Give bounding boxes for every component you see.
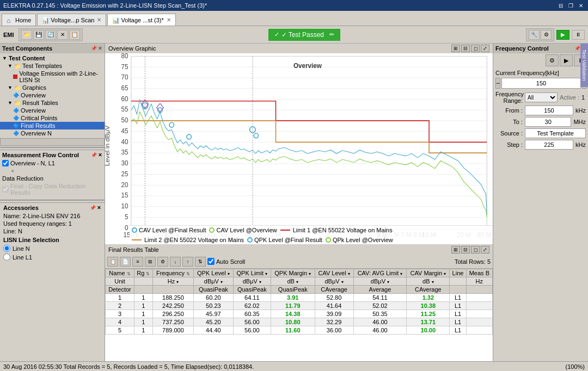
cell-frequency: 242.250 (152, 302, 193, 310)
freq-range-row: Frequency Range: All Active : 1 (495, 91, 586, 104)
panel-pin-icon[interactable]: 📌 (91, 46, 97, 51)
col-line[interactable]: Line (450, 269, 466, 277)
freq-from-input[interactable] (525, 106, 573, 115)
results-toolbar-btn-2[interactable]: 📄 (120, 257, 131, 267)
graph-btn-1[interactable]: ⊞ (451, 45, 460, 52)
left-panel: Test Components 📌 ✕ ▼ Test Content ▼ 📁 T… (0, 44, 105, 361)
critical-points-item[interactable]: 🔷 Critical Points (0, 114, 105, 122)
auto-scroll-checkbox-container: Auto Scroll (207, 258, 245, 265)
current-freq-label: Current Frequency[kHz] (495, 70, 586, 76)
unit-cav-level: dBμV ▾ (315, 277, 353, 286)
accessories-close-icon[interactable]: ✕ (97, 205, 101, 211)
results-toolbar-btn-7[interactable]: ↑ (182, 257, 193, 267)
toolbar-btn-4[interactable]: ✕ (57, 30, 68, 40)
tab-voltage-scan[interactable]: 📊 Voltage...p Scan ✕ (37, 14, 106, 26)
results-btn-2[interactable]: ⊟ (461, 246, 470, 253)
toolbar-btn-r1[interactable]: 🔧 (529, 30, 540, 40)
freq-step-input[interactable] (525, 140, 573, 150)
voltage-emission-item[interactable]: Voltage Emission with 2-Line-LISN St (0, 70, 105, 84)
close-btn[interactable]: ✕ (577, 3, 585, 9)
flow-checkbox-final (2, 186, 9, 193)
window-controls: ⊟ ❐ ✕ (557, 3, 585, 9)
frequency-control-body: Current Frequency[kHz] − + Frequency Ran… (493, 67, 588, 153)
overview-n-item[interactable]: 🔷 Overview N (0, 129, 105, 137)
results-expand-btn[interactable]: ⤢ (481, 246, 489, 253)
toolbar-btn-2[interactable]: 💾 (33, 30, 44, 40)
freq-range-select[interactable]: All (525, 92, 558, 102)
current-freq-input[interactable] (501, 78, 581, 89)
cell-frequency: 789.000 (152, 326, 193, 335)
pause-btn[interactable]: ⏸ (572, 30, 585, 40)
svg-text:30: 30 (121, 159, 128, 167)
legend-cav-final-icon (132, 227, 137, 233)
results-toolbar-btn-8[interactable]: ⇅ (195, 257, 206, 267)
det-freq (152, 286, 193, 294)
graph-btn-2[interactable]: ⊟ (461, 45, 470, 52)
collapse-icon[interactable]: ▼ (2, 55, 7, 61)
cell-meas-b (466, 302, 492, 310)
results-toolbar-btn-4[interactable]: ⊞ (145, 257, 156, 267)
test-passed-button[interactable]: ✓ ✓ Test Passed ✏ (268, 29, 340, 41)
freq-source-input[interactable] (525, 128, 586, 138)
det-cav-avg-limit: Average (353, 286, 407, 294)
tab-home[interactable]: ⌂ Home (2, 14, 36, 26)
results-btn-3[interactable]: ◻ (471, 246, 480, 253)
col-cav-margin[interactable]: CAV Margin ▾ (407, 269, 450, 277)
results-btn-1[interactable]: ⊞ (451, 246, 460, 253)
unit-cav-margin: dB ▾ (407, 277, 450, 286)
panel-close-icon[interactable]: ✕ (98, 46, 102, 51)
final-results-item[interactable]: 🔷 Final Results (0, 122, 105, 129)
status-bar: 30 Aug 2016 02:55:30 Total Records = 5, … (0, 361, 588, 371)
results-toolbar-btn-3[interactable]: ≡ (132, 257, 143, 267)
test-content-label: ▼ Test Content (0, 54, 105, 62)
results-toolbar-btn-1[interactable]: 📋 (107, 257, 118, 267)
minimize-btn[interactable]: ⊟ (557, 3, 565, 9)
col-qpk-level[interactable]: QPK Level ▾ (194, 269, 234, 277)
radio-l1[interactable] (3, 253, 10, 261)
flow-checkbox-overview[interactable] (2, 160, 9, 166)
toolbar-btn-5[interactable]: 📋 (69, 30, 80, 40)
edit-icon[interactable]: ✏ (329, 31, 334, 38)
col-qpk-margin[interactable]: QPK Margin ▾ (271, 269, 315, 277)
overview-results-item[interactable]: 🔷 Overview (0, 107, 105, 114)
col-rg[interactable]: Rg ⇅ (134, 269, 152, 277)
tab-close-test[interactable]: ✕ (167, 17, 171, 23)
right-toolbar-btn-2[interactable]: ▶ (560, 54, 573, 66)
toolbar-btn-r2[interactable]: ⚙ (541, 30, 552, 40)
results-toolbar-btn-5[interactable]: ⚙ (157, 257, 168, 267)
col-frequency[interactable]: Frequency ⇅ (152, 269, 193, 277)
overview-graphics-item[interactable]: 🔷 Overview (0, 91, 105, 99)
measurement-pin-icon[interactable]: 📌 (91, 152, 97, 158)
auto-scroll-checkbox[interactable] (207, 258, 215, 265)
col-cav-avg-limit[interactable]: CAV: AVG Limit ▾ (353, 269, 407, 277)
cell-cav-level: 52.80 (315, 294, 353, 302)
result-tables-item[interactable]: ▼ 📁 Result Tables (0, 99, 105, 107)
accessories-pin-icon[interactable]: 📌 (90, 205, 96, 211)
col-meas-b[interactable]: Meas B (466, 269, 492, 277)
restore-btn[interactable]: ❐ (567, 3, 575, 9)
cell-qpk-margin: 3.91 (271, 294, 315, 302)
page-icon-3: 🔷 (13, 115, 19, 121)
tab-close-scan[interactable]: ✕ (97, 17, 101, 23)
freq-to-input[interactable] (525, 117, 571, 127)
table-container[interactable]: Name ⇅ Rg ⇅ Frequency ⇅ QPK Level ▾ QPK … (105, 269, 493, 361)
col-qpk-limit[interactable]: QPK Limit ▾ (233, 269, 271, 277)
right-toolbar-btn-1[interactable]: ⚙ (546, 54, 559, 66)
toolbar-btn-3[interactable]: 🔄 (45, 30, 56, 40)
tree-scrollbar-h[interactable] (0, 138, 105, 146)
measurement-close-icon[interactable]: ✕ (98, 152, 102, 158)
freq-minus-btn[interactable]: − (495, 78, 500, 89)
cell-qpk-limit: 60.35 (233, 310, 271, 318)
radio-n[interactable] (3, 245, 10, 252)
test-templates-item[interactable]: ▼ 📁 Test Templates (0, 62, 105, 70)
graph-btn-3[interactable]: ◻ (471, 45, 480, 52)
col-cav-level[interactable]: CAV Level ▾ (315, 269, 353, 277)
results-toolbar-btn-6[interactable]: ↓ (170, 257, 181, 267)
right-panel-pin-icon[interactable]: 📌 (574, 46, 580, 51)
tab-voltage-test[interactable]: 📊 Voltage ...st (3)* ✕ (107, 14, 175, 26)
col-name[interactable]: Name ⇅ (106, 269, 134, 277)
toolbar-btn-1[interactable]: 📁 (21, 30, 32, 40)
graphics-item[interactable]: ▼ 📁 Graphics (0, 84, 105, 91)
run-btn[interactable]: ▶ (556, 30, 569, 40)
graph-expand-btn[interactable]: ⤢ (481, 45, 489, 52)
